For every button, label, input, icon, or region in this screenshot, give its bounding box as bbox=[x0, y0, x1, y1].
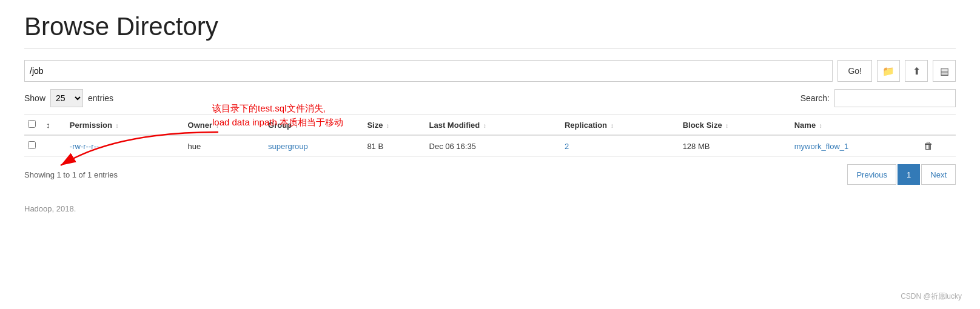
row-size: 81 B bbox=[363, 135, 425, 157]
header-last-modified[interactable]: Last Modified ↕ bbox=[426, 115, 561, 136]
row-block-size: 128 MB bbox=[679, 135, 791, 157]
permission-sort-icon: ↕ bbox=[116, 122, 119, 129]
header-action bbox=[920, 115, 956, 136]
search-input[interactable] bbox=[834, 89, 956, 107]
pagination: Previous 1 Next bbox=[847, 164, 956, 185]
delete-icon[interactable]: 🗑 bbox=[924, 141, 933, 151]
controls-row: Show 10 25 50 100 entries Search: bbox=[24, 89, 956, 107]
row-sort bbox=[42, 135, 66, 157]
lastmod-sort-icon: ↕ bbox=[483, 122, 486, 129]
list-icon: ▤ bbox=[940, 65, 949, 77]
header-sort[interactable]: ↕ bbox=[42, 115, 66, 136]
go-button[interactable]: Go! bbox=[837, 60, 872, 82]
entries-select[interactable]: 10 25 50 100 bbox=[50, 89, 83, 107]
list-icon-button[interactable]: ▤ bbox=[933, 60, 956, 82]
header-owner[interactable]: Owner ↕ bbox=[184, 115, 264, 136]
header-checkbox bbox=[24, 115, 42, 136]
header-permission[interactable]: Permission ↕ bbox=[66, 115, 184, 136]
header-size[interactable]: Size ↕ bbox=[363, 115, 425, 136]
row-name: mywork_flow_1 bbox=[791, 135, 920, 157]
previous-button[interactable]: Previous bbox=[847, 164, 896, 185]
table-row: -rw-r--r-- hue supergroup 81 B Dec 06 16… bbox=[24, 135, 956, 157]
search-box: Search: bbox=[800, 89, 956, 107]
replication-link[interactable]: 2 bbox=[565, 142, 569, 151]
header-group[interactable]: Group ↕ bbox=[264, 115, 363, 136]
watermark: CSDN @祈愿lucky bbox=[901, 291, 962, 302]
row-permission: -rw-r--r-- bbox=[66, 135, 184, 157]
directory-table: ↕ Permission ↕ Owner ↕ Group ↕ Size ↕ La… bbox=[24, 115, 956, 157]
blocksize-sort-icon: ↕ bbox=[725, 122, 728, 129]
show-entries: Show 10 25 50 100 entries bbox=[24, 89, 113, 107]
row-checkbox bbox=[24, 135, 42, 157]
sort-icon: ↕ bbox=[46, 121, 50, 130]
row-select-checkbox[interactable] bbox=[28, 141, 36, 149]
path-input[interactable] bbox=[24, 60, 833, 82]
folder-icon: 📁 bbox=[882, 65, 894, 77]
permission-link[interactable]: -rw-r--r-- bbox=[70, 142, 99, 151]
header-replication[interactable]: Replication ↕ bbox=[561, 115, 679, 136]
row-action: 🗑 bbox=[920, 135, 956, 157]
name-sort-icon: ↕ bbox=[819, 122, 822, 129]
row-last-modified: Dec 06 16:35 bbox=[426, 135, 561, 157]
entries-label: entries bbox=[88, 93, 113, 103]
page-title: Browse Directory bbox=[24, 12, 956, 49]
pagination-row: Showing 1 to 1 of 1 entries Previous 1 N… bbox=[24, 164, 956, 185]
folder-icon-button[interactable]: 📁 bbox=[877, 60, 900, 82]
footer: Hadoop, 2018. bbox=[24, 199, 956, 213]
replication-sort-icon: ↕ bbox=[611, 122, 614, 129]
group-sort-icon: ↕ bbox=[295, 122, 298, 129]
showing-text: Showing 1 to 1 of 1 entries bbox=[24, 170, 118, 179]
next-button[interactable]: Next bbox=[921, 164, 956, 185]
page-1-button[interactable]: 1 bbox=[898, 164, 920, 185]
select-all-checkbox[interactable] bbox=[28, 120, 36, 128]
upload-icon-button[interactable]: ⬆ bbox=[905, 60, 928, 82]
search-label: Search: bbox=[800, 93, 830, 103]
header-name[interactable]: Name ↕ bbox=[791, 115, 920, 136]
row-group: supergroup bbox=[264, 135, 363, 157]
table-header-row: ↕ Permission ↕ Owner ↕ Group ↕ Size ↕ La… bbox=[24, 115, 956, 136]
row-replication: 2 bbox=[561, 135, 679, 157]
size-sort-icon: ↕ bbox=[386, 122, 389, 129]
show-label: Show bbox=[24, 93, 45, 103]
group-link[interactable]: supergroup bbox=[268, 142, 308, 151]
path-bar: Go! 📁 ⬆ ▤ bbox=[24, 60, 956, 82]
row-owner: hue bbox=[184, 135, 264, 157]
upload-icon: ⬆ bbox=[913, 65, 921, 77]
owner-sort-icon: ↕ bbox=[216, 122, 219, 129]
header-block-size[interactable]: Block Size ↕ bbox=[679, 115, 791, 136]
name-link[interactable]: mywork_flow_1 bbox=[794, 142, 849, 151]
